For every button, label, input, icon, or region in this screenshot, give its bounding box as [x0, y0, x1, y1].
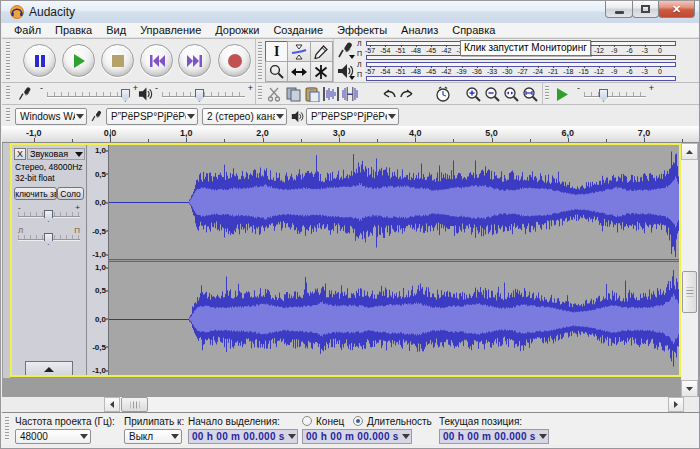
zoom-in-button[interactable] — [464, 85, 482, 103]
scroll-left-button[interactable] — [104, 397, 120, 412]
vertical-scrollbar-thumb[interactable] — [682, 271, 697, 313]
play-button[interactable] — [62, 44, 95, 77]
meter-scale-value: -3 — [642, 67, 648, 76]
selection-length-time-field[interactable]: 00 h 00 m 00.000 s — [302, 429, 412, 444]
redo-button[interactable] — [398, 85, 416, 103]
silence-audio-button[interactable] — [341, 85, 359, 103]
playback-speed-slider[interactable]: - + — [584, 85, 646, 103]
track-collapse-button[interactable] — [25, 361, 73, 377]
mute-button[interactable]: Отключить звук — [14, 187, 57, 200]
menu-item-6[interactable]: Создание — [266, 23, 330, 38]
timeline-tick — [568, 138, 569, 142]
meter-scale-value: -42 — [441, 46, 451, 55]
menu-item-3[interactable]: Вид — [99, 23, 133, 38]
timeline-tick — [644, 138, 645, 142]
meter-scale-value: 0 — [658, 67, 662, 76]
skip-to-end-button[interactable] — [178, 44, 211, 77]
edit-toolbar-grip[interactable] — [258, 86, 262, 101]
selection-tool-button[interactable]: I — [265, 41, 288, 62]
skip-to-start-button[interactable] — [140, 44, 173, 77]
horizontal-scrollbar-thumb[interactable] — [121, 397, 148, 412]
fit-selection-button[interactable] — [502, 85, 520, 103]
horizontal-scrollbar-row — [2, 397, 700, 412]
waveform-left-channel[interactable] — [109, 145, 679, 259]
radio-end[interactable] — [302, 416, 312, 426]
multi-tool-button[interactable] — [310, 61, 333, 82]
project-rate-label: Частота проекта (Гц): — [15, 416, 115, 427]
meter-bar-right — [366, 76, 676, 81]
horizontal-scrollbar[interactable] — [104, 397, 684, 412]
tools-toolbar-grip[interactable] — [258, 42, 262, 79]
vertical-ruler-label: 0,0 — [95, 198, 106, 207]
output-volume-slider[interactable]: - + — [162, 85, 245, 103]
draw-tool-button[interactable] — [310, 41, 333, 62]
record-button[interactable] — [218, 44, 251, 77]
menu-item-7[interactable]: Эффекты — [330, 23, 394, 38]
playback-speed-thumb[interactable] — [599, 89, 608, 102]
playback-device-combo[interactable]: Р”РёРЅР°РјРёРєРё (Realtek High Definitio… — [306, 108, 399, 125]
menu-item-2[interactable]: Правка — [48, 23, 99, 38]
window-title: Audacity — [29, 5, 75, 19]
audio-host-combo[interactable]: Windows WASAPI — [15, 108, 87, 125]
title-bar[interactable]: Audacity ✕ — [1, 1, 699, 23]
snap-to-combo[interactable]: Выкл — [124, 429, 182, 444]
menu-item-1[interactable]: Файл — [7, 23, 48, 38]
sync-lock-button[interactable] — [434, 85, 452, 103]
vertical-ruler[interactable]: 1,00,50,0-0,5-1,01,00,50,0-0,5-1,0 — [88, 145, 109, 375]
radio-length[interactable] — [353, 416, 363, 426]
transport-toolbar-grip[interactable] — [6, 42, 10, 79]
solo-button[interactable]: Соло — [57, 187, 84, 200]
mixer-toolbar-grip[interactable] — [6, 86, 10, 101]
selection-toolbar-grip[interactable] — [5, 417, 9, 441]
output-volume-speaker-icon — [138, 86, 153, 102]
track-name-menu[interactable]: Звуковая — [27, 148, 85, 160]
stop-button[interactable] — [101, 44, 134, 77]
close-button[interactable]: ✕ — [658, 1, 695, 18]
scroll-down-button[interactable] — [681, 380, 698, 397]
menu-item-9[interactable]: Справка — [445, 23, 502, 38]
selection-start-time-field[interactable]: 00 h 00 m 00.000 s — [188, 429, 298, 444]
waveform-right-channel[interactable] — [109, 262, 679, 375]
minimize-button[interactable] — [605, 1, 633, 18]
menu-item-5[interactable]: Дорожки — [208, 23, 266, 38]
meter-scale-value: -54 — [380, 46, 390, 55]
pan-slider[interactable]: Л П — [18, 230, 80, 246]
timeline-tick — [34, 138, 35, 142]
gain-slider[interactable]: - + — [18, 207, 80, 223]
copy-button[interactable] — [284, 85, 302, 103]
timeshift-tool-button[interactable] — [287, 61, 310, 82]
zoom-tool-button[interactable] — [265, 61, 288, 82]
menu-item-4[interactable]: Управление — [133, 23, 208, 38]
scroll-up-button[interactable] — [681, 143, 698, 160]
fit-project-button[interactable] — [521, 85, 539, 103]
device-toolbar-grip[interactable] — [6, 108, 10, 123]
audio-position-time-field[interactable]: 00 h 00 m 00.000 s — [439, 429, 549, 444]
pause-button[interactable] — [23, 44, 56, 77]
maximize-button[interactable] — [632, 1, 659, 18]
play-at-speed-button[interactable] — [553, 85, 571, 103]
gain-slider-thumb[interactable] — [44, 210, 53, 222]
waveform-display[interactable] — [109, 145, 679, 375]
input-volume-thumb[interactable] — [121, 89, 130, 102]
zoom-out-button[interactable] — [483, 85, 501, 103]
cut-button[interactable] — [265, 85, 283, 103]
output-volume-thumb[interactable] — [195, 89, 204, 102]
track-close-button[interactable]: X — [14, 148, 26, 160]
transcription-toolbar-grip[interactable] — [545, 86, 549, 101]
audio-track[interactable]: X Звуковая Стерео, 48000Hz 32-bit float … — [10, 143, 681, 377]
undo-button[interactable] — [380, 85, 398, 103]
pan-slider-thumb[interactable] — [44, 233, 53, 245]
project-rate-combo[interactable]: 48000 — [15, 429, 91, 444]
scroll-right-button[interactable] — [668, 397, 684, 412]
timeline-tick — [263, 138, 264, 142]
recording-channels-combo[interactable]: 2 (стерео) канала — [202, 108, 287, 125]
input-volume-slider[interactable]: - + — [47, 85, 130, 103]
paste-button[interactable] — [303, 85, 321, 103]
timeline-label: 6,0 — [562, 128, 575, 138]
timeline-ruler[interactable]: -1,00,01,02,03,04,05,06,07,0 — [2, 126, 700, 143]
envelope-tool-button[interactable] — [287, 41, 310, 62]
vertical-scrollbar[interactable] — [681, 143, 698, 397]
recording-device-combo[interactable]: Р”РёРЅР°РјРёРєРё (Realtek High Definitio… — [106, 108, 198, 125]
menu-item-8[interactable]: Анализ — [394, 23, 445, 38]
trim-audio-button[interactable] — [322, 85, 340, 103]
